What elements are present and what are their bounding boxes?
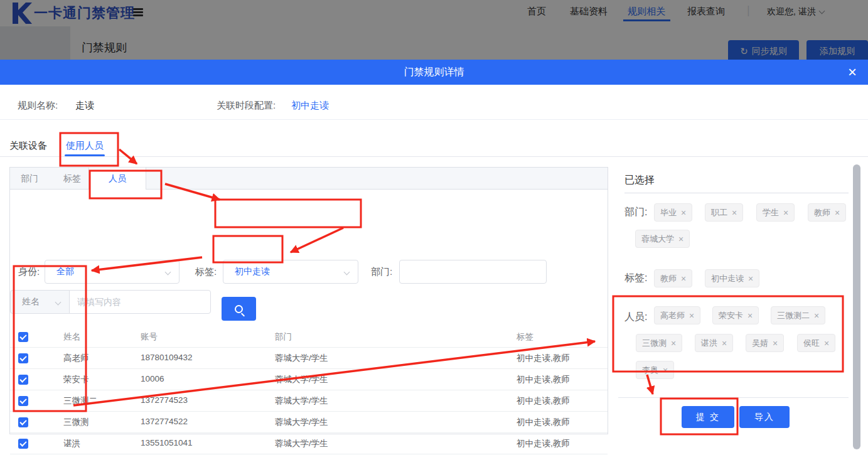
selected-person-tag: 高老师×	[654, 306, 700, 324]
cell-tags: 初中走读,教师	[517, 417, 570, 428]
identity-filter-label: 身份:	[18, 266, 40, 278]
dept-filter-label: 部门:	[371, 266, 392, 278]
table-row: 荣安卡 10006 蓉城大学/学生 初中走读,教师	[10, 369, 608, 390]
row-checkbox[interactable]	[18, 396, 28, 406]
tag-close-icon[interactable]: ×	[722, 338, 727, 348]
close-icon[interactable]: ×	[843, 63, 862, 82]
tag-close-icon[interactable]: ×	[689, 311, 694, 321]
col-dept: 部门	[275, 331, 292, 343]
chevron-down-icon	[55, 299, 62, 305]
subtab-bar: 部门 标签 人员	[10, 168, 608, 190]
cell-tags: 初中走读,教师	[517, 374, 570, 385]
cell-account: 18780109432	[141, 353, 193, 362]
chevron-down-icon	[165, 269, 171, 275]
tag-close-icon[interactable]: ×	[783, 208, 788, 218]
time-config-link[interactable]: 初中走读	[291, 100, 329, 112]
row-checkbox[interactable]	[18, 417, 28, 427]
row-checkbox[interactable]	[18, 375, 28, 385]
tag-label: 蓉城大学	[641, 233, 674, 245]
people-picker-panel: 部门 标签 人员 身份: 全部 标签: 初中走读 部门: 姓名	[9, 167, 608, 434]
tab-linked-devices[interactable]: 关联设备	[9, 140, 47, 152]
tag-close-icon[interactable]: ×	[663, 365, 668, 375]
tag-label: 教师	[660, 273, 677, 284]
selected-person-tag: 三微测×	[636, 334, 682, 352]
name-field-select-value: 姓名	[22, 296, 40, 308]
tag-label: 李奥	[642, 365, 658, 376]
select-all-checkbox[interactable]	[18, 332, 28, 342]
tag-filter-label: 标签:	[195, 266, 217, 278]
selected-panel-title: 已选择	[624, 174, 655, 187]
row-checkbox[interactable]	[18, 439, 28, 449]
divider	[624, 193, 849, 193]
tab-users[interactable]: 使用人员	[66, 140, 104, 152]
tag-close-icon[interactable]: ×	[748, 274, 753, 284]
col-account: 账号	[141, 331, 158, 343]
cell-account: 10006	[141, 374, 164, 383]
subtab-tag[interactable]: 标签	[63, 173, 81, 185]
subtab-person-label: 人员	[109, 173, 126, 185]
table-row: 高老师 18780109432 蓉城大学/学生 初中走读,教师	[10, 348, 608, 369]
cell-name: 高老师	[63, 353, 89, 364]
cell-account: 1372774523	[141, 395, 188, 405]
selected-person-tag: 侯旺×	[797, 334, 835, 352]
tag-close-icon[interactable]: ×	[773, 338, 778, 348]
chevron-down-icon	[344, 269, 350, 275]
divider	[0, 119, 868, 120]
selected-dept-tag: 教师×	[808, 203, 846, 222]
rule-detail-modal: 门禁规则详情 × 规则名称: 走读 关联时段配置: 初中走读 关联设备 使用人员…	[0, 60, 868, 455]
tag-label: 谌洪	[701, 338, 717, 349]
selected-person-label: 人员:	[624, 311, 647, 324]
tag-select[interactable]: 初中走读	[223, 260, 358, 284]
cell-tags: 初中走读,教师	[517, 395, 570, 407]
tag-close-icon[interactable]: ×	[835, 208, 840, 218]
import-button[interactable]: 导入	[739, 406, 790, 428]
tag-label: 吴婧	[752, 338, 768, 349]
subtab-department[interactable]: 部门	[21, 173, 38, 185]
table-header-row: 姓名 账号 部门 标签	[10, 326, 608, 348]
tag-close-icon[interactable]: ×	[681, 208, 686, 218]
cell-tags: 初中走读,教师	[517, 438, 570, 449]
cell-dept: 蓉城大学/学生	[275, 374, 328, 385]
selected-person-tag: 吴婧×	[746, 334, 784, 352]
submit-label: 提 交	[696, 412, 720, 423]
selected-person-tag: 谌洪×	[695, 334, 733, 352]
tag-label: 高老师	[660, 310, 685, 321]
tag-close-icon[interactable]: ×	[732, 208, 737, 218]
selected-person-tag: 李奥×	[636, 361, 674, 379]
tag-close-icon[interactable]: ×	[814, 311, 819, 321]
cell-name: 三微测二	[63, 395, 97, 407]
tag-close-icon[interactable]: ×	[681, 274, 686, 284]
identity-select[interactable]: 全部	[45, 260, 179, 284]
selected-dept-label: 部门:	[624, 206, 647, 219]
search-button[interactable]	[222, 297, 256, 321]
tag-close-icon[interactable]: ×	[824, 338, 829, 348]
vertical-scrollbar[interactable]	[853, 164, 860, 449]
selected-dept-tag: 毕业×	[654, 203, 692, 222]
tag-close-icon[interactable]: ×	[747, 311, 753, 321]
divider	[618, 397, 849, 398]
tag-label: 教师	[814, 207, 830, 218]
cell-name: 荣安卡	[63, 374, 89, 385]
table-row: 谌洪 13551051041 蓉城大学/学生 初中走读,教师	[10, 433, 608, 454]
import-label: 导入	[754, 412, 774, 423]
table-row: 三微测 1372774522 蓉城大学/学生 初中走读,教师	[10, 412, 608, 433]
tag-close-icon[interactable]: ×	[678, 234, 683, 244]
selected-dept-tag: 职工×	[705, 203, 743, 222]
dept-filter-input[interactable]	[399, 260, 547, 284]
rule-name-label: 规则名称:	[18, 100, 58, 112]
tag-close-icon[interactable]: ×	[671, 338, 676, 348]
name-field-select[interactable]: 姓名	[10, 290, 70, 314]
selected-tag-tag: 教师×	[654, 269, 692, 287]
divider	[0, 156, 868, 157]
submit-button[interactable]: 提 交	[682, 406, 734, 428]
cell-dept: 蓉城大学/学生	[275, 438, 328, 449]
tag-label: 毕业	[660, 207, 677, 218]
subtab-person[interactable]: 人员	[88, 168, 146, 190]
tag-label: 学生	[763, 207, 779, 218]
modal-header: 门禁规则详情 ×	[0, 60, 868, 85]
time-config-label: 关联时段配置:	[217, 100, 276, 112]
selected-tag-label: 标签:	[624, 272, 647, 285]
keyword-input[interactable]	[69, 290, 211, 314]
search-icon	[235, 305, 243, 313]
row-checkbox[interactable]	[18, 353, 28, 363]
